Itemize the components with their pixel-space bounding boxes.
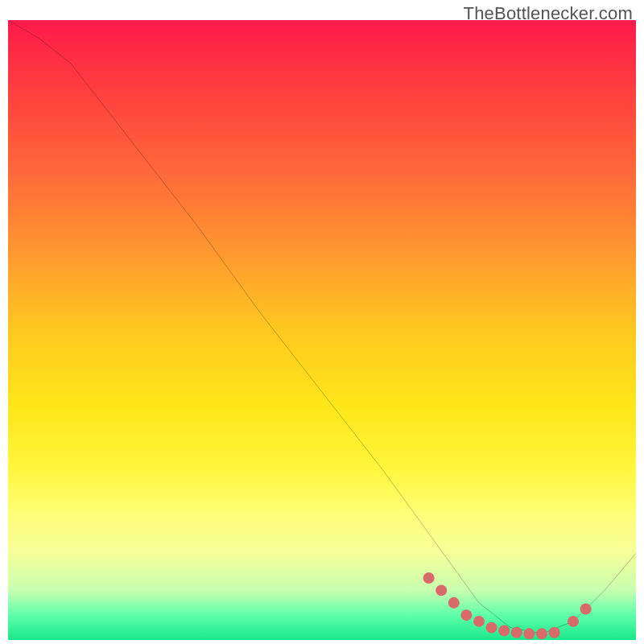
- marker-dot: [536, 628, 547, 639]
- marker-dot: [448, 597, 460, 609]
- marker-dot: [473, 616, 485, 627]
- marker-dot: [511, 627, 522, 638]
- marker-dot: [549, 627, 560, 638]
- marker-dot: [568, 616, 579, 627]
- bottleneck-curve: [8, 20, 636, 634]
- marker-dot: [486, 622, 497, 634]
- marker-dot: [436, 584, 447, 596]
- chart-overlay: [8, 20, 636, 640]
- marker-dot: [580, 604, 592, 615]
- highlight-markers: [423, 572, 592, 639]
- marker-dot: [423, 572, 435, 584]
- marker-dot: [523, 628, 535, 639]
- marker-dot: [460, 609, 472, 621]
- marker-dot: [498, 625, 510, 637]
